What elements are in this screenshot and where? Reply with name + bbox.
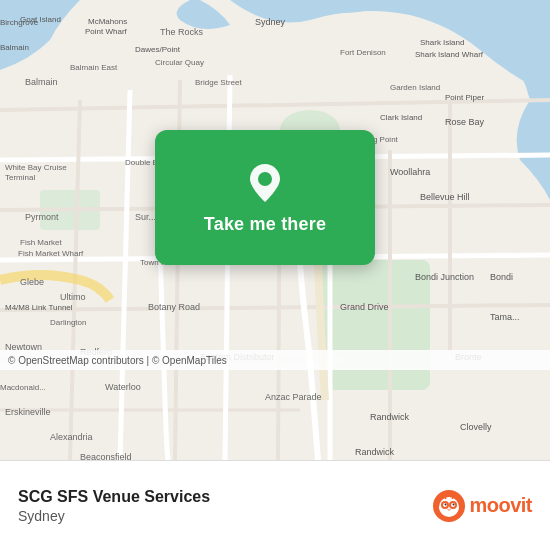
svg-text:Anzac Parade: Anzac Parade bbox=[265, 392, 322, 402]
svg-point-75 bbox=[258, 172, 272, 186]
svg-text:Bondi: Bondi bbox=[490, 272, 513, 282]
map-attribution-bar: © OpenStreetMap contributors | © OpenMap… bbox=[0, 350, 550, 370]
svg-text:Point Piper: Point Piper bbox=[445, 93, 484, 102]
svg-text:Circular Quay: Circular Quay bbox=[155, 58, 204, 67]
svg-text:Point Wharf: Point Wharf bbox=[85, 27, 128, 36]
footer: SCG SFS Venue Services Sydney moovit bbox=[0, 460, 550, 550]
svg-text:Pyrmont: Pyrmont bbox=[25, 212, 59, 222]
svg-text:Woollahra: Woollahra bbox=[390, 167, 430, 177]
svg-text:Rose Bay: Rose Bay bbox=[445, 117, 485, 127]
svg-text:Bondi Junction: Bondi Junction bbox=[415, 272, 474, 282]
svg-text:Bridge Street: Bridge Street bbox=[195, 78, 242, 87]
svg-text:Fort Denison: Fort Denison bbox=[340, 48, 386, 57]
svg-text:Ultimo: Ultimo bbox=[60, 292, 86, 302]
svg-text:Birchgrove: Birchgrove bbox=[0, 18, 39, 27]
svg-text:Fish Market Wharf: Fish Market Wharf bbox=[18, 249, 84, 258]
map-container: Balmain Balmain East The Rocks Sydney Ci… bbox=[0, 0, 550, 460]
svg-text:Shark Island: Shark Island bbox=[420, 38, 464, 47]
svg-text:White Bay Cruise: White Bay Cruise bbox=[5, 163, 67, 172]
svg-text:Botany Road: Botany Road bbox=[148, 302, 200, 312]
svg-text:Sydney: Sydney bbox=[255, 17, 286, 27]
svg-text:Glebe: Glebe bbox=[20, 277, 44, 287]
svg-text:Balmain: Balmain bbox=[0, 43, 29, 52]
location-pin-icon bbox=[243, 160, 287, 204]
venue-name: SCG SFS Venue Services bbox=[18, 488, 210, 506]
svg-text:Clovelly: Clovelly bbox=[460, 422, 492, 432]
svg-text:The Rocks: The Rocks bbox=[160, 27, 204, 37]
svg-text:Balmain East: Balmain East bbox=[70, 63, 118, 72]
svg-point-82 bbox=[445, 503, 447, 505]
svg-text:Erskineville: Erskineville bbox=[5, 407, 51, 417]
svg-text:Shark Island Wharf: Shark Island Wharf bbox=[415, 50, 484, 59]
svg-text:Tama...: Tama... bbox=[490, 312, 520, 322]
svg-text:Grand Drive: Grand Drive bbox=[340, 302, 389, 312]
svg-text:Bellevue Hill: Bellevue Hill bbox=[420, 192, 470, 202]
venue-city: Sydney bbox=[18, 508, 210, 524]
svg-text:Alexandria: Alexandria bbox=[50, 432, 93, 442]
svg-text:Garden Island: Garden Island bbox=[390, 83, 440, 92]
svg-text:Terminal: Terminal bbox=[5, 173, 35, 182]
moovit-brand-text: moovit bbox=[469, 494, 532, 517]
svg-rect-1 bbox=[320, 260, 430, 390]
venue-info: SCG SFS Venue Services Sydney bbox=[18, 488, 210, 524]
svg-text:Clark Island: Clark Island bbox=[380, 113, 422, 122]
svg-text:Balmain: Balmain bbox=[25, 77, 58, 87]
attribution-text: © OpenStreetMap contributors | © OpenMap… bbox=[8, 355, 227, 366]
moovit-icon bbox=[433, 490, 465, 522]
take-me-there-button[interactable]: Take me there bbox=[204, 214, 326, 235]
svg-point-83 bbox=[453, 503, 455, 505]
svg-text:M4/M8 Link Tunnel: M4/M8 Link Tunnel bbox=[5, 303, 73, 312]
svg-text:Beaconsfield: Beaconsfield bbox=[80, 452, 132, 460]
svg-text:Fish Market: Fish Market bbox=[20, 238, 63, 247]
svg-text:Randwick: Randwick bbox=[355, 447, 395, 457]
svg-text:Dawes/Point: Dawes/Point bbox=[135, 45, 181, 54]
svg-text:McMahons: McMahons bbox=[88, 17, 127, 26]
moovit-logo: moovit bbox=[433, 490, 532, 522]
svg-text:Waterloo: Waterloo bbox=[105, 382, 141, 392]
svg-text:Darlington: Darlington bbox=[50, 318, 86, 327]
svg-text:Randwick: Randwick bbox=[370, 412, 410, 422]
svg-text:Sur...: Sur... bbox=[135, 212, 156, 222]
take-me-there-card[interactable]: Take me there bbox=[155, 130, 375, 265]
svg-text:Macdonald...: Macdonald... bbox=[0, 383, 46, 392]
